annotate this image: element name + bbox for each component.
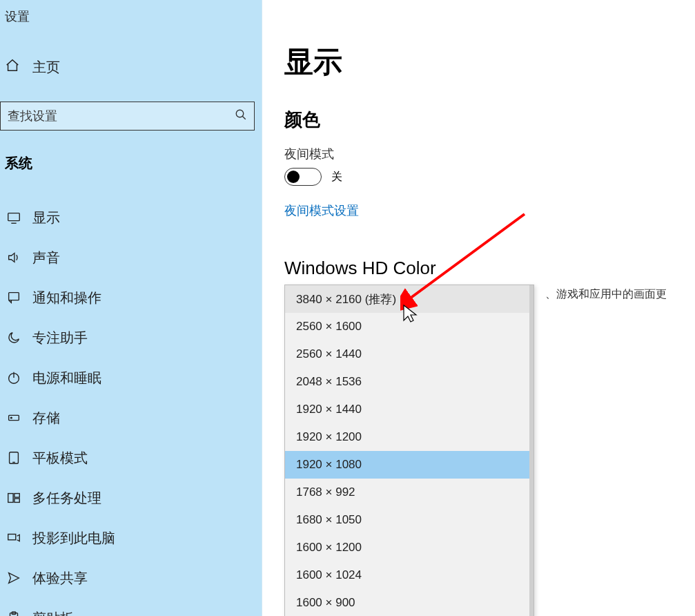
svg-point-8 (10, 417, 12, 418)
resolution-option[interactable]: 1600 × 900 (285, 589, 534, 616)
main-content: 显示 颜色 夜间模式 关 夜间模式设置 Windows HD Color (284, 43, 695, 279)
share-icon (5, 569, 23, 587)
sidebar-item-shared[interactable]: 体验共享 (0, 558, 262, 598)
search-box[interactable] (0, 102, 255, 131)
sidebar-home-label: 主页 (32, 58, 60, 77)
resolution-option[interactable]: 2048 × 1536 (285, 368, 534, 396)
sidebar-item-storage[interactable]: 存储 (0, 398, 262, 438)
night-mode-toggle[interactable] (284, 168, 322, 186)
svg-rect-13 (14, 499, 19, 503)
resolution-option[interactable]: 1680 × 1050 (285, 506, 534, 534)
search-input[interactable] (8, 109, 235, 124)
resolution-option[interactable]: 2560 × 1440 (285, 340, 534, 368)
sidebar-item-power[interactable]: 电源和睡眠 (0, 358, 262, 398)
night-mode-label: 夜间模式 (284, 146, 695, 162)
tablet-icon (5, 449, 23, 467)
home-icon (5, 58, 23, 77)
night-mode-settings-link[interactable]: 夜间模式设置 (284, 202, 695, 219)
moon-icon (5, 329, 23, 347)
sidebar-item-focus[interactable]: 专注助手 (0, 318, 262, 358)
hd-color-heading: Windows HD Color (284, 258, 695, 279)
sidebar-nav: 显示 声音 通知和操作 专注助手 电源和睡眠 存储 平板模式 多任务处理 (0, 198, 262, 616)
svg-rect-4 (9, 293, 19, 300)
sidebar-home[interactable]: 主页 (0, 58, 262, 77)
settings-sidebar: 设置 主页 系统 显示 声音 通知和操作 专注助手 (0, 0, 262, 616)
monitor-icon (5, 209, 23, 227)
sidebar-item-label: 通知和操作 (32, 289, 101, 307)
sidebar-item-project[interactable]: 投影到此电脑 (0, 518, 262, 558)
search-icon (235, 108, 247, 124)
storage-icon (5, 409, 23, 427)
resolution-dropdown[interactable]: 3840 × 2160 (推荐) 2560 × 1600 2560 × 1440… (284, 285, 534, 616)
clipboard-icon (5, 609, 23, 616)
sidebar-item-tablet[interactable]: 平板模式 (0, 438, 262, 478)
power-icon (5, 369, 23, 387)
sidebar-item-label: 剪贴板 (32, 609, 74, 617)
sidebar-item-label: 声音 (32, 249, 60, 267)
color-heading: 颜色 (284, 108, 695, 132)
truncated-description: 、游戏和应用中的画面更 (545, 287, 667, 302)
page-title: 显示 (284, 43, 695, 81)
resolution-option[interactable]: 1920 × 1080 (285, 451, 534, 479)
notification-icon (5, 289, 23, 307)
resolution-option[interactable]: 1768 × 992 (285, 479, 534, 506)
resolution-option[interactable]: 1920 × 1200 (285, 423, 534, 451)
sidebar-item-notifications[interactable]: 通知和操作 (0, 278, 262, 318)
settings-label: 设置 (0, 8, 262, 25)
multitask-icon (5, 489, 23, 507)
sidebar-item-label: 专注助手 (32, 329, 88, 347)
resolution-option[interactable]: 2560 × 1600 (285, 313, 534, 340)
sidebar-item-label: 投影到此电脑 (32, 529, 115, 548)
night-mode-state: 关 (331, 170, 342, 184)
sidebar-item-label: 平板模式 (32, 449, 88, 468)
svg-line-1 (242, 116, 246, 119)
svg-rect-14 (8, 535, 16, 540)
sidebar-item-multitask[interactable]: 多任务处理 (0, 478, 262, 518)
sidebar-section-label: 系统 (0, 154, 262, 173)
sidebar-item-label: 电源和睡眠 (32, 369, 101, 387)
svg-point-0 (236, 110, 244, 117)
resolution-option[interactable]: 3840 × 2160 (推荐) (285, 285, 534, 313)
sidebar-item-label: 存储 (32, 409, 60, 427)
resolution-option[interactable]: 1600 × 1024 (285, 561, 534, 589)
sidebar-item-label: 体验共享 (32, 569, 88, 588)
svg-rect-2 (8, 213, 20, 221)
resolution-option[interactable]: 1920 × 1440 (285, 396, 534, 423)
sidebar-item-label: 显示 (32, 209, 60, 227)
resolution-option[interactable]: 1600 × 1200 (285, 534, 534, 561)
project-icon (5, 529, 23, 547)
svg-rect-12 (14, 494, 19, 498)
svg-rect-11 (8, 494, 13, 503)
sidebar-item-label: 多任务处理 (32, 489, 101, 508)
sidebar-item-display[interactable]: 显示 (0, 198, 262, 238)
sidebar-item-sound[interactable]: 声音 (0, 238, 262, 278)
sidebar-item-clipboard[interactable]: 剪贴板 (0, 598, 262, 616)
speaker-icon (5, 249, 23, 267)
